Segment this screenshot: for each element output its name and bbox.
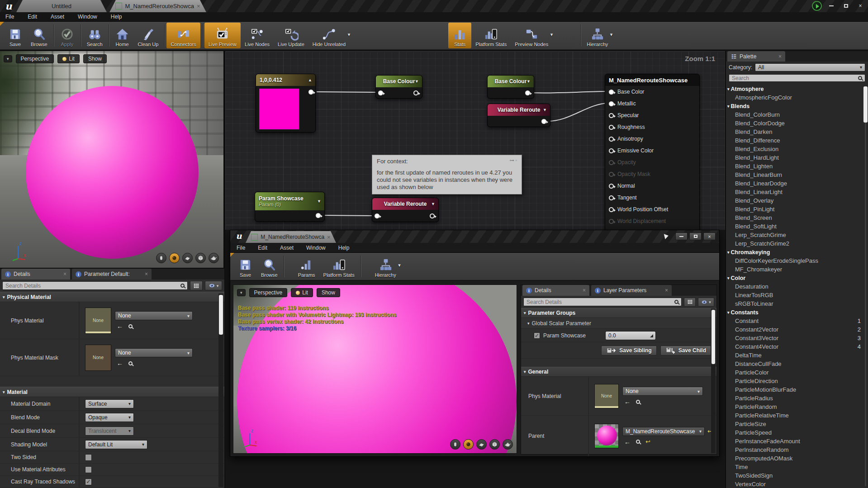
browse-to-asset-icon[interactable] bbox=[128, 324, 133, 328]
material-input-pin-row[interactable]: Metallic bbox=[605, 98, 699, 109]
tab-parameter-defaults[interactable]: i Parameter Default: × bbox=[72, 269, 152, 280]
palette-item[interactable]: Constants bbox=[726, 308, 868, 317]
clean-up-button[interactable]: Clean Up bbox=[134, 23, 163, 48]
cube-mesh-button[interactable] bbox=[195, 253, 206, 263]
tab-close-icon[interactable]: × bbox=[63, 271, 66, 277]
maximize-button[interactable] bbox=[689, 232, 702, 240]
two-sided-checkbox[interactable] bbox=[85, 454, 92, 461]
input-pin[interactable] bbox=[609, 113, 614, 118]
param-showcase-checkbox[interactable]: ✓ bbox=[534, 332, 540, 339]
palette-item[interactable]: Chromakeying bbox=[726, 248, 868, 256]
palette-item[interactable]: ParticleRadius bbox=[726, 394, 868, 403]
palette-scrollbar-thumb[interactable] bbox=[863, 86, 868, 123]
material-input-pin-row[interactable]: Normal bbox=[605, 180, 699, 192]
material-result-node[interactable]: M_NamedRerouteShowcase Base Color Metall… bbox=[605, 74, 700, 232]
hierarchy-button[interactable]: Hierarchy▾ bbox=[371, 254, 400, 279]
color-swatch[interactable] bbox=[259, 89, 299, 129]
palette-item[interactable]: Lerp_ScratchGrime bbox=[726, 231, 868, 239]
chevron-down-icon[interactable]: ▾ bbox=[610, 32, 613, 38]
input-pin[interactable] bbox=[609, 90, 614, 95]
minimize-button[interactable] bbox=[826, 2, 836, 9]
parent-material-dropdown[interactable]: M_NamedRerouteShowcase▾ bbox=[622, 427, 705, 436]
perspective-button[interactable]: Perspective bbox=[249, 288, 288, 297]
browse-to-asset-icon[interactable] bbox=[128, 361, 133, 365]
material-input-pin-row[interactable]: Anisotropy bbox=[605, 133, 699, 145]
palette-item[interactable]: ParticleMotionBlurFade bbox=[726, 385, 868, 394]
display-filter-button[interactable] bbox=[190, 281, 203, 290]
constant-color-node[interactable]: 1,0,0.412▲ bbox=[256, 74, 316, 133]
menu-item[interactable]: Window bbox=[78, 14, 97, 20]
menu-item[interactable]: Asset bbox=[280, 245, 294, 251]
palette-item[interactable]: Atmosphere bbox=[726, 85, 868, 93]
palette-item[interactable]: ParticleRelativeTime bbox=[726, 411, 868, 420]
parent-material-thumbnail[interactable] bbox=[594, 424, 619, 448]
output-pin[interactable] bbox=[413, 90, 418, 95]
material-input-pin-row[interactable]: World Position Offset bbox=[605, 204, 699, 215]
material-input-pin-row[interactable]: Roughness bbox=[605, 121, 699, 133]
home-button[interactable]: Home bbox=[111, 23, 134, 48]
palette-item[interactable]: sRGBToLinear bbox=[726, 299, 868, 308]
tab-close-icon[interactable]: × bbox=[665, 287, 668, 294]
source-control-status-icon[interactable] bbox=[812, 1, 822, 11]
menu-item[interactable]: Help bbox=[338, 245, 350, 251]
phys-material-dropdown[interactable]: None▾ bbox=[622, 387, 703, 396]
phys-material-thumbnail[interactable]: None bbox=[594, 384, 619, 408]
comment-pin-icon[interactable]: ⊶ ▫ bbox=[510, 158, 517, 165]
palette-item[interactable]: TwoSidedSign bbox=[726, 471, 868, 480]
tab-close-icon[interactable]: × bbox=[145, 271, 148, 277]
input-pin[interactable] bbox=[609, 160, 614, 165]
view-options-button[interactable]: ▾ bbox=[698, 298, 714, 307]
collapse-icon[interactable]: ▼ bbox=[431, 202, 435, 206]
use-selected-icon[interactable]: ← bbox=[117, 360, 123, 367]
blend-mode-dropdown[interactable]: Opaque▾ bbox=[85, 413, 134, 422]
instance-preview-viewport[interactable]: ▾ Perspective Lit Show Base pass shader:… bbox=[233, 284, 517, 454]
palette-item[interactable]: DeltaTime bbox=[726, 351, 868, 360]
save-button[interactable]: Save bbox=[234, 254, 257, 279]
chevron-down-icon[interactable]: ▾ bbox=[550, 32, 553, 38]
maximize-button[interactable] bbox=[841, 2, 851, 9]
variable-reroute-node-top[interactable]: Variable Reroute▼ bbox=[487, 104, 550, 127]
palette-item[interactable]: PrecomputedAOMask bbox=[726, 454, 868, 463]
palette-item[interactable]: Blend_HardLight bbox=[726, 153, 868, 162]
palette-item[interactable]: Blend_LinearLight bbox=[726, 188, 868, 196]
input-pin[interactable] bbox=[609, 195, 614, 200]
palette-item[interactable]: ParticleSpeed bbox=[726, 428, 868, 437]
lit-mode-button[interactable]: Lit bbox=[57, 54, 80, 63]
input-pin[interactable] bbox=[609, 137, 614, 142]
material-graph-panel[interactable]: Zoom 1:1 1,0,0.412▲ Base Colour▼ Base Co… bbox=[225, 51, 725, 488]
cast-ray-traced-shadows-checkbox[interactable]: ✓ bbox=[85, 479, 92, 485]
param-showcase-value[interactable]: 0.0 bbox=[605, 331, 656, 340]
palette-item[interactable]: VertexColor bbox=[726, 480, 868, 488]
material-input-pin-row[interactable]: Specular bbox=[605, 109, 699, 121]
palette-item[interactable]: Blend_ColorBurn bbox=[726, 110, 868, 119]
display-filter-button[interactable] bbox=[684, 298, 696, 307]
cube-mesh-button[interactable] bbox=[489, 439, 500, 450]
palette-item[interactable]: Blend_Lighten bbox=[726, 162, 868, 171]
menu-item[interactable]: Edit bbox=[258, 245, 267, 251]
material-preview-viewport[interactable]: ▾ Perspective Lit Show z x bbox=[0, 51, 224, 268]
browse-button[interactable]: Browse bbox=[257, 254, 282, 279]
viewport-options-button[interactable]: ▾ bbox=[4, 55, 12, 62]
palette-item[interactable]: Lerp_ScratchGrime2 bbox=[726, 239, 868, 248]
palette-item[interactable]: ParticleRandom bbox=[726, 403, 868, 411]
section-general[interactable]: ▾ General bbox=[521, 367, 716, 377]
use-selected-icon[interactable]: ← bbox=[117, 322, 123, 330]
palette-item[interactable]: AtmosphericFogColor bbox=[726, 93, 868, 102]
output-pin[interactable] bbox=[430, 213, 435, 218]
platform-stats-button[interactable]: Platform Stats bbox=[471, 23, 511, 48]
input-pin[interactable] bbox=[375, 213, 379, 218]
collapse-icon[interactable]: ▼ bbox=[543, 108, 547, 112]
browse-button[interactable]: Browse bbox=[27, 23, 52, 48]
menu-item[interactable]: File bbox=[237, 245, 245, 251]
details-search[interactable] bbox=[2, 281, 188, 290]
input-pin[interactable] bbox=[609, 207, 614, 212]
palette-item[interactable]: Blend_SoftLight bbox=[726, 222, 868, 231]
section-parameter-groups[interactable]: ▾ Parameter Groups bbox=[521, 308, 716, 318]
lit-mode-button[interactable]: Lit bbox=[291, 288, 313, 297]
chevron-down-icon[interactable]: ▾ bbox=[348, 32, 351, 38]
connectors-button[interactable]: Connectors bbox=[166, 23, 200, 48]
input-pin[interactable] bbox=[609, 184, 614, 189]
menu-item[interactable]: File bbox=[5, 14, 14, 20]
shading-model-dropdown[interactable]: Default Lit▾ bbox=[85, 440, 147, 449]
phys-material-mask-thumbnail[interactable]: None bbox=[85, 345, 111, 371]
